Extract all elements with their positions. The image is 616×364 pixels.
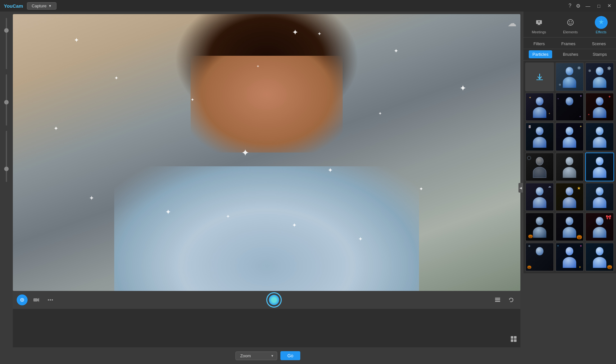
effect-thumb-13: ★ xyxy=(556,183,584,211)
effect-bubble-lens[interactable] xyxy=(525,153,554,181)
effect-bubble-sparkle[interactable]: ✦ xyxy=(555,122,584,151)
effect-thumb-7: ✦ xyxy=(556,123,584,151)
left-panel xyxy=(0,12,13,364)
close-button[interactable]: ✕ xyxy=(605,2,613,9)
zoom-select[interactable]: Zoom 50% 75% 100% 150% 200% xyxy=(235,352,277,360)
effect-bubble-blue2[interactable] xyxy=(585,122,614,151)
slider-thumb-1[interactable] xyxy=(4,28,9,33)
capture-arrow-icon: ▼ xyxy=(48,4,52,8)
effect-bubble-cloud[interactable]: ☁ xyxy=(525,183,554,211)
effect-bubble-gray[interactable] xyxy=(555,153,584,181)
nav-elements[interactable]: Elements xyxy=(560,15,581,35)
elements-label: Elements xyxy=(563,30,578,34)
help-icon[interactable]: ? xyxy=(567,2,573,10)
effect-bubble-pink-ribbon[interactable]: 🎀 xyxy=(585,212,614,241)
zoom-wrapper: Zoom 50% 75% 100% 150% 200% ▼ xyxy=(235,352,277,360)
tab-frames[interactable]: Frames xyxy=(558,40,578,47)
tab-scenes[interactable]: Scenes xyxy=(589,40,609,47)
toolbar xyxy=(13,291,520,309)
effect-bubble-candy[interactable]: ★ ● ★ xyxy=(555,243,584,271)
effect-bubble-cards[interactable]: 🃏 xyxy=(525,122,554,151)
svg-rect-3 xyxy=(33,298,38,302)
svg-point-6 xyxy=(50,299,51,301)
slider-track-1[interactable] xyxy=(6,18,7,69)
slider-thumb-2[interactable] xyxy=(4,100,9,104)
capture-button[interactable] xyxy=(266,292,282,308)
effects-icon xyxy=(595,16,608,29)
slider-thumb-3[interactable] xyxy=(4,167,9,171)
effect-snowflake[interactable]: ❄ ❄ xyxy=(585,62,614,91)
photo-button[interactable] xyxy=(17,294,28,305)
gallery-grid-button[interactable] xyxy=(510,335,517,344)
effect-thumb-6: 🃏 xyxy=(526,123,553,151)
minimize-button[interactable]: — xyxy=(584,3,592,9)
body-overlay xyxy=(114,166,419,291)
capture-dropdown[interactable]: Capture ▼ xyxy=(27,2,56,10)
sparkle-extra-3: ✦ xyxy=(256,64,260,69)
sparkle-extra-5: ✦ xyxy=(226,213,230,219)
toolbar-center xyxy=(59,292,489,308)
video-button[interactable] xyxy=(31,294,42,305)
svg-rect-15 xyxy=(514,339,517,342)
collapse-panel-button[interactable]: ◀ xyxy=(518,183,523,193)
right-panel-wrapper: ◀ Meetings xyxy=(523,12,616,364)
effect-thumb-12: ☁ xyxy=(526,183,553,211)
slider-track-3[interactable] xyxy=(6,131,7,182)
more-button[interactable] xyxy=(45,294,56,305)
effect-bubble-pumpkin[interactable]: 🎃 xyxy=(555,212,584,241)
svg-rect-8 xyxy=(495,301,500,302)
layers-icon xyxy=(494,296,501,303)
sparkle-extra-4: ✦ xyxy=(89,194,94,202)
effect-bubble-blue3[interactable] xyxy=(585,183,614,211)
svg-rect-13 xyxy=(514,336,517,339)
effect-download[interactable] xyxy=(525,62,554,91)
svg-point-19 xyxy=(538,21,540,23)
layers-button[interactable] xyxy=(492,294,503,305)
grid-icon xyxy=(510,335,517,343)
meetings-label: Meetings xyxy=(532,30,546,34)
effect-snow-blue[interactable]: ❄ ❄ xyxy=(555,62,584,91)
subtab-stamps[interactable]: Stamps xyxy=(589,50,611,58)
effect-bubble-snow-pumpkin[interactable]: 🎃 ❄ xyxy=(525,243,554,271)
effect-thumb-1: ❄ ❄ xyxy=(556,63,584,91)
effect-bubble-blue-pumpkin[interactable]: 🎃 xyxy=(585,243,614,271)
nav-meetings[interactable]: Meetings xyxy=(528,15,549,35)
video-icon xyxy=(33,296,40,303)
effect-thumb-3: ✦ ✦ xyxy=(526,93,553,121)
effect-bubble-selected[interactable] xyxy=(585,153,614,181)
svg-marker-11 xyxy=(509,299,510,300)
effect-thumb-18: 🎃 ❄ xyxy=(526,243,553,271)
svg-rect-12 xyxy=(511,336,513,339)
tab-filters[interactable]: Filters xyxy=(530,40,548,47)
effect-thumb-4: ★ ★ ★ xyxy=(556,93,584,121)
bottom-bar: Zoom 50% 75% 100% 150% 200% ▼ Go xyxy=(13,347,523,364)
svg-point-22 xyxy=(571,21,572,22)
effect-thumb-16: 🎃 xyxy=(556,213,584,241)
slider-track-2[interactable] xyxy=(6,74,7,126)
effect-thumb-11 xyxy=(586,153,613,181)
svg-point-7 xyxy=(52,299,53,301)
effect-bubble-dark2[interactable]: 🎃 xyxy=(525,212,554,241)
effect-bubble-stars[interactable]: ★ ★ ★ xyxy=(555,93,584,121)
effect-thumb-14 xyxy=(586,183,613,211)
cloud-upload-icon[interactable]: ☁ xyxy=(508,18,517,29)
subtab-particles[interactable]: Particles xyxy=(529,50,552,58)
maximize-button[interactable]: □ xyxy=(595,3,602,9)
svg-point-21 xyxy=(569,21,570,22)
download-icon xyxy=(535,72,544,81)
effect-bubble-red[interactable]: ✦ ✦ xyxy=(585,93,614,121)
effect-thumb-9 xyxy=(526,153,553,181)
face-overlay xyxy=(191,56,343,153)
go-button[interactable]: Go xyxy=(280,351,301,360)
tabs-row: Filters Frames Scenes xyxy=(523,37,616,49)
effect-thumb-5: ✦ ✦ xyxy=(586,93,613,121)
subtab-brushes[interactable]: Brushes xyxy=(559,50,582,58)
settings-icon[interactable]: ⚙ xyxy=(575,2,582,10)
effects-grid: ❄ ❄ ❄ ❄ xyxy=(523,61,616,273)
app-name: YouCam xyxy=(4,3,23,9)
undo-button[interactable] xyxy=(506,294,517,305)
nav-effects[interactable]: Effects xyxy=(592,15,611,35)
effect-bubble-star[interactable]: ★ xyxy=(555,183,584,211)
effect-bubble-dark[interactable]: ✦ ✦ xyxy=(525,93,554,121)
svg-rect-9 xyxy=(495,299,500,300)
